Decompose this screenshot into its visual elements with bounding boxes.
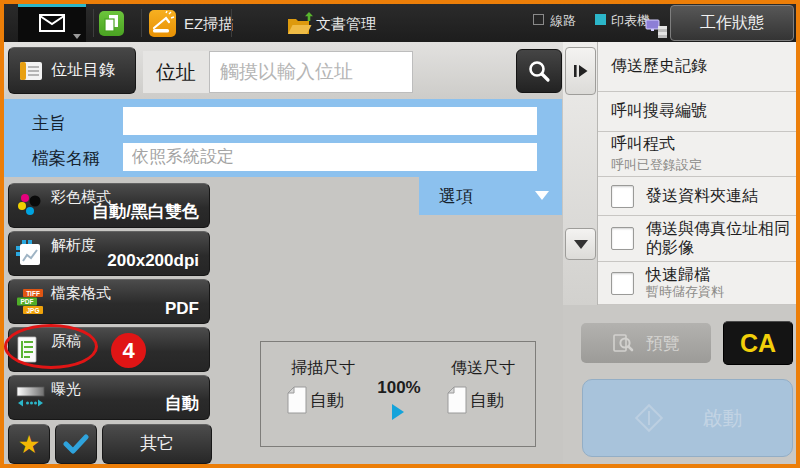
check-icon bbox=[63, 434, 89, 454]
sidebar-item-value: 200x200dpi bbox=[107, 251, 199, 271]
panel-item-send-history[interactable]: 傳送歷史記錄 bbox=[598, 42, 796, 92]
file-name-input[interactable] bbox=[123, 143, 537, 171]
panel-item-label: 發送資料夾連結 bbox=[646, 187, 758, 205]
options-label: 選項 bbox=[439, 185, 473, 208]
page-icon bbox=[287, 386, 307, 414]
send-size-label: 傳送尺寸 bbox=[451, 358, 515, 379]
job-status-button[interactable]: 工作狀態 bbox=[670, 5, 794, 41]
sidebar-item-label: 檔案格式 bbox=[51, 284, 111, 303]
address-book-button[interactable]: 位址目錄 bbox=[8, 47, 136, 94]
line-status-label: 線路 bbox=[550, 12, 576, 30]
panel-item-label: 呼叫搜尋編號 bbox=[611, 101, 707, 122]
panel-item-subtitle: 呼叫已登錄設定 bbox=[611, 156, 702, 174]
panel-item-call-program[interactable]: 呼叫程式 呼叫已登錄設定 bbox=[598, 132, 796, 177]
others-button[interactable]: 其它 bbox=[102, 424, 212, 464]
tab-copy[interactable] bbox=[99, 11, 124, 36]
expand-panel-icon bbox=[573, 64, 589, 78]
envelope-icon bbox=[39, 14, 65, 32]
panel-item-same-image-as-fax[interactable]: 傳送與傳真位址相同的影像 bbox=[598, 216, 796, 262]
sidebar-item-label: 解析度 bbox=[51, 236, 96, 255]
start-label: 啟動 bbox=[703, 405, 743, 432]
panel-item-subtitle: 暫時儲存資料 bbox=[646, 285, 724, 300]
checkbox[interactable] bbox=[611, 185, 634, 208]
subject-label: 主旨 bbox=[32, 112, 66, 135]
panel-expand-button[interactable] bbox=[565, 47, 596, 95]
panel-item-call-search-number[interactable]: 呼叫搜尋編號 bbox=[598, 92, 796, 132]
chevron-down-icon bbox=[73, 34, 81, 39]
sidebar-item-value: 自動/黑白雙色 bbox=[92, 200, 199, 223]
options-dropdown[interactable]: 選項 bbox=[419, 177, 562, 215]
star-icon: ★ bbox=[18, 432, 40, 457]
topbar-divider bbox=[93, 9, 94, 37]
resolution-icon bbox=[16, 240, 42, 267]
ratio-arrow-icon bbox=[392, 404, 404, 420]
printer-icon[interactable] bbox=[645, 19, 669, 39]
printer-status-indicator bbox=[595, 14, 606, 25]
document-filing-icon[interactable] bbox=[286, 12, 314, 36]
page-icon bbox=[447, 386, 467, 414]
address-book-icon bbox=[19, 61, 43, 81]
main-zone: 主旨 檔案名稱 選項 彩色模式 bbox=[4, 99, 563, 464]
checkbox[interactable] bbox=[611, 227, 634, 250]
panel-item-quick-file[interactable]: 快速歸檔 暫時儲存資料 bbox=[598, 262, 796, 305]
send-settings-form: 主旨 檔案名稱 bbox=[4, 99, 562, 177]
panel-item-label: 快速歸檔 bbox=[646, 266, 724, 284]
address-book-label: 位址目錄 bbox=[51, 60, 115, 81]
start-button[interactable]: 啟動 bbox=[582, 379, 793, 457]
panel-item-label: 傳送歷史記錄 bbox=[611, 56, 707, 77]
file-format-icon: TIFF PDF JPG bbox=[16, 288, 44, 316]
sidebar-item-file-format[interactable]: TIFF PDF JPG 檔案格式 PDF bbox=[8, 279, 210, 324]
file-name-label: 檔案名稱 bbox=[32, 147, 100, 170]
svg-text:JPG: JPG bbox=[26, 307, 39, 314]
address-search-button[interactable] bbox=[516, 49, 562, 93]
step-annotation-badge: 4 bbox=[111, 333, 146, 368]
favorite-button[interactable]: ★ bbox=[8, 424, 50, 464]
scan-size-value-group[interactable]: 自動 bbox=[287, 386, 344, 414]
sidebar-item-label: 曝光 bbox=[51, 380, 81, 399]
sidebar-item-resolution[interactable]: 解析度 200x200dpi bbox=[8, 231, 210, 276]
top-bar: EZ掃描 文書管理 線路 印表機 工作狀態 bbox=[4, 4, 796, 42]
address-input[interactable] bbox=[209, 51, 413, 93]
svg-text:TIFF: TIFF bbox=[26, 290, 40, 297]
sidebar-item-color-mode[interactable]: 彩色模式 自動/黑白雙色 bbox=[8, 183, 210, 228]
panel-item-send-folder-link[interactable]: 發送資料夾連結 bbox=[598, 177, 796, 216]
svg-text:PDF: PDF bbox=[21, 298, 34, 305]
original-icon bbox=[16, 336, 38, 363]
tab-document-filing[interactable]: 文書管理 bbox=[316, 15, 376, 34]
topbar-divider bbox=[141, 9, 142, 37]
exposure-icon bbox=[16, 384, 46, 408]
ez-scan-icon[interactable] bbox=[149, 10, 176, 37]
sidebar-item-original[interactable]: 原稿 bbox=[8, 327, 210, 372]
preview-button[interactable]: 預覽 bbox=[581, 323, 711, 363]
tab-email-scan[interactable] bbox=[18, 4, 86, 42]
subject-input[interactable] bbox=[123, 107, 537, 135]
line-status-indicator bbox=[533, 14, 544, 25]
checkbox[interactable] bbox=[611, 272, 634, 295]
sidebar-item-exposure[interactable]: 曝光 自動 bbox=[8, 375, 210, 420]
panel-item-label: 呼叫程式 bbox=[611, 134, 702, 155]
scan-size-value: 自動 bbox=[310, 389, 344, 412]
left-pane: 位址目錄 位址 主旨 檔案名稱 bbox=[4, 42, 563, 464]
preview-label: 預覽 bbox=[646, 332, 680, 355]
chevron-down-icon bbox=[535, 191, 549, 200]
send-size-value: 自動 bbox=[470, 389, 504, 412]
send-size-value-group[interactable]: 自動 bbox=[447, 386, 504, 414]
action-area: 預覽 CA 啟動 bbox=[563, 305, 796, 464]
confirm-button[interactable] bbox=[55, 424, 97, 464]
size-ratio-panel: 掃描尺寸 自動 100% 傳送尺寸 bbox=[260, 341, 536, 447]
sidebar-item-value: PDF bbox=[165, 299, 199, 319]
sidebar-bottom-row: ★ 其它 bbox=[8, 424, 212, 464]
panel-scroll-down-button[interactable] bbox=[565, 228, 596, 260]
right-pane: 傳送歷史記錄 呼叫搜尋編號 呼叫程式 呼叫已登錄設定 發送資料夾連結 bbox=[563, 42, 796, 464]
sidebar-item-label: 原稿 bbox=[51, 332, 81, 351]
sidebar-item-value: 自動 bbox=[165, 392, 199, 415]
tab-ez-scan[interactable]: EZ掃描 bbox=[184, 15, 233, 34]
copy-icon bbox=[99, 11, 124, 36]
chevron-down-icon bbox=[574, 240, 588, 249]
address-label: 位址 bbox=[143, 51, 209, 93]
topbar-divider bbox=[231, 9, 232, 37]
panel-scroll-column bbox=[563, 42, 598, 305]
clear-all-button[interactable]: CA bbox=[723, 321, 793, 365]
preview-icon bbox=[612, 332, 634, 354]
copy-ratio-value[interactable]: 100% bbox=[371, 378, 427, 398]
